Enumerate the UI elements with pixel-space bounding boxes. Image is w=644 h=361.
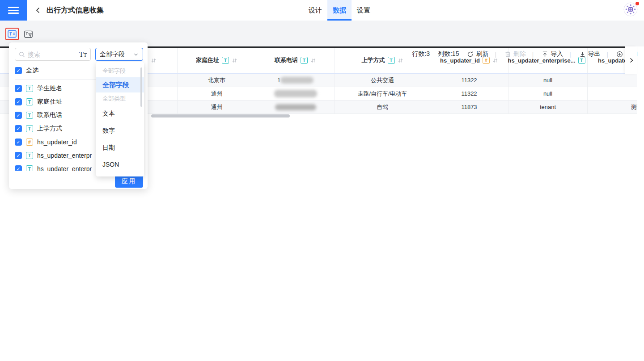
- cell-phone: [256, 87, 335, 100]
- phone-prefix: 1: [277, 77, 280, 84]
- cell-enterprise: null: [508, 74, 588, 87]
- delete-button[interactable]: 删除: [504, 50, 526, 58]
- column-header-phone[interactable]: 联系电话 T: [256, 48, 335, 73]
- dropdown-option-text[interactable]: 文本: [96, 105, 144, 122]
- field-display-highlight-box: [5, 28, 19, 40]
- refresh-label: 刷新: [476, 50, 488, 58]
- import-label: 导入: [551, 50, 563, 58]
- select-value: 全部字段: [100, 50, 125, 59]
- trash-icon: [504, 51, 511, 58]
- menu-button[interactable]: [0, 0, 27, 21]
- select-all-checkbox[interactable]: ✓: [15, 67, 22, 74]
- cell-phone: [256, 101, 335, 113]
- field-checkbox[interactable]: ✓: [15, 165, 22, 171]
- dropdown-group-label: 全部字段: [96, 65, 144, 77]
- delete-label: 删除: [513, 50, 526, 58]
- toolbar-actions: 行数:3 列数:15 刷新 | 删除 | 导入 | 导出 |: [404, 41, 638, 67]
- cell-phone: 1: [256, 74, 335, 87]
- search-input[interactable]: [28, 51, 76, 58]
- cell-updater-id: 11322: [430, 87, 508, 100]
- cell-extra: 测试: [588, 101, 637, 113]
- field-filter-button[interactable]: [22, 29, 34, 39]
- tab-bar: 设计 数据 设置: [303, 0, 376, 21]
- field-checkbox[interactable]: ✓: [15, 85, 22, 92]
- chevron-right-icon: [628, 57, 635, 63]
- cell-home: 通州: [178, 101, 256, 113]
- select-all-label: 全选: [26, 67, 38, 75]
- text-type-icon: T: [26, 165, 33, 171]
- column-header-home-address[interactable]: 家庭住址 T: [178, 48, 256, 73]
- plus-circle-icon: [616, 51, 623, 58]
- field-checkbox[interactable]: ✓: [15, 152, 22, 159]
- field-label: hs_updater_enterpr: [37, 165, 92, 171]
- field-label: 学生姓名: [37, 84, 62, 92]
- redacted-phone-blur: [275, 104, 316, 110]
- field-type-dropdown: 全部字段 全部字段 全部类型 文本 数字 日期 JSON: [96, 62, 144, 176]
- cell-extra: [588, 74, 637, 87]
- import-button[interactable]: 导入: [542, 50, 563, 58]
- sort-icon[interactable]: [398, 58, 403, 63]
- cell-commute: 走路/自行车/电动车: [335, 87, 430, 100]
- notification-dot: [636, 2, 639, 5]
- top-bar: 出行方式信息收集 设计 数据 设置: [0, 0, 644, 21]
- cell-updater-id: 11322: [430, 74, 508, 87]
- import-icon: [542, 51, 548, 58]
- text-type-icon: T: [26, 112, 33, 119]
- hamburger-icon: [8, 7, 19, 8]
- field-label: 联系电话: [37, 111, 62, 119]
- toolbar-separator: |: [532, 51, 534, 58]
- field-checkbox[interactable]: ✓: [15, 139, 22, 146]
- dropdown-option-number[interactable]: 数字: [96, 122, 144, 139]
- column-label: 联系电话: [275, 56, 298, 64]
- tab-settings[interactable]: 设置: [352, 0, 376, 21]
- search-icon: [19, 51, 25, 58]
- field-label: hs_updater_id: [37, 139, 77, 146]
- field-checkbox[interactable]: ✓: [15, 98, 22, 105]
- dropdown-option-json[interactable]: JSON: [96, 156, 144, 173]
- col-count-label: 列数:15: [438, 50, 459, 58]
- dropdown-scrollbar-thumb[interactable]: [140, 67, 142, 107]
- field-display-button[interactable]: [7, 29, 17, 39]
- app-page: 家庭住址 T 联系电话 T 上学方式 T hs_updater_id # hs_…: [0, 0, 644, 361]
- dropdown-option-date[interactable]: 日期: [96, 139, 144, 156]
- column-label: 家庭住址: [196, 56, 219, 64]
- text-type-icon: T: [26, 152, 33, 159]
- sort-icon[interactable]: [151, 58, 157, 63]
- field-type-select[interactable]: 全部字段: [95, 48, 143, 61]
- refresh-button[interactable]: 刷新: [467, 50, 488, 58]
- chevron-down-icon: [133, 52, 139, 57]
- user-avatar[interactable]: [623, 2, 639, 17]
- toolbar-separator: |: [495, 51, 496, 58]
- cell-enterprise: tenant: [508, 101, 588, 113]
- apply-button[interactable]: 应用: [115, 175, 143, 188]
- page-title: 出行方式信息收集: [47, 0, 104, 21]
- export-button[interactable]: 导出: [579, 50, 601, 58]
- column-label: 上学方式: [362, 56, 385, 64]
- field-checkbox[interactable]: ✓: [15, 112, 22, 119]
- dropdown-option-all-fields[interactable]: 全部字段: [96, 77, 144, 92]
- sort-icon[interactable]: [232, 58, 237, 63]
- tab-design[interactable]: 设计: [303, 0, 327, 21]
- field-label: 上学方式: [37, 125, 62, 133]
- number-type-icon: #: [26, 139, 33, 146]
- chevron-left-icon: [34, 7, 42, 14]
- field-display-icon: [7, 29, 17, 39]
- text-type-icon: T: [26, 98, 33, 105]
- text-type-icon: T: [301, 57, 308, 64]
- select-all-row[interactable]: ✓ 全选: [15, 65, 38, 76]
- cell-commute: 公共交通: [335, 74, 430, 87]
- case-sensitive-toggle[interactable]: TT: [79, 51, 87, 58]
- field-checkbox[interactable]: ✓: [15, 125, 22, 132]
- cell-updater-id: 11873: [430, 101, 508, 113]
- back-button[interactable]: [33, 5, 43, 15]
- horizontal-scrollbar-thumb[interactable]: [151, 114, 290, 118]
- tab-data[interactable]: 数据: [327, 0, 352, 21]
- sort-icon[interactable]: [310, 58, 316, 63]
- text-type-icon: T: [26, 85, 33, 92]
- scroll-right-button[interactable]: [625, 46, 637, 74]
- field-filter-icon: [24, 29, 33, 39]
- redacted-phone-blur: [274, 90, 317, 97]
- cell-extra: [588, 87, 637, 100]
- refresh-icon: [467, 51, 474, 58]
- export-icon: [579, 51, 586, 58]
